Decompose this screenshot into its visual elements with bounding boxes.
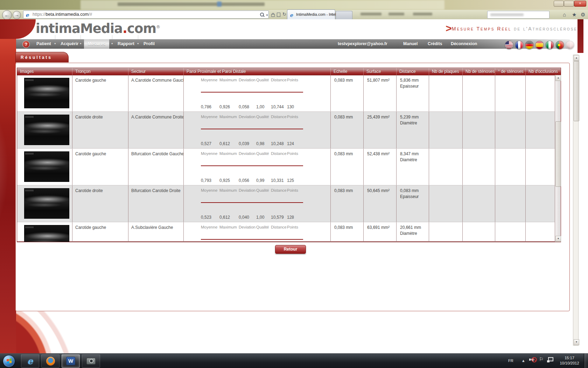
nav-divider [138, 35, 138, 39]
subcol-header: Points [287, 115, 298, 119]
echelle-value: 0,083 mm [334, 188, 353, 193]
action-center-flag-icon[interactable] [539, 356, 544, 362]
nav-link-credits[interactable]: Crédits [428, 39, 442, 49]
nav-item-patient[interactable]: Patient [36, 39, 51, 49]
measure-value: 10,579 [271, 215, 284, 220]
ultrasound-thumbnail[interactable] [24, 115, 69, 145]
favorites-star-icon[interactable]: ★ [572, 12, 576, 18]
clock[interactable]: 15:17 10/10/2012 [556, 355, 582, 366]
echelle-value: 0,083 mm [334, 225, 353, 230]
flag-portugal-icon[interactable] [555, 41, 564, 49]
taskbar-capture-button[interactable] [82, 354, 100, 368]
subcol-header: Deviation [239, 151, 255, 156]
settings-gear-icon[interactable]: ⚙ [581, 12, 585, 18]
flag-us-icon[interactable] [505, 41, 513, 49]
surface-value: 50,645 mm² [367, 188, 390, 193]
ultrasound-thumbnail[interactable] [24, 188, 69, 219]
distance-value: 20,661 mm [400, 225, 421, 230]
column-header-images: Images [17, 68, 72, 75]
taskbar-browser-button[interactable] [41, 354, 59, 368]
distance-cell: 0,083 mmEpaisseur [396, 185, 429, 222]
table-row[interactable]: Carotide gauche A.Subclavière Gauche Moy… [17, 222, 561, 242]
ultrasound-thumbnail[interactable] [24, 78, 69, 108]
help-button[interactable]: ? [22, 41, 30, 48]
subcol-header: Distance [271, 115, 287, 119]
nav-divider [112, 35, 112, 39]
nav-item-rapport[interactable]: Rapport [118, 39, 134, 49]
surface-value: 25,439 mm² [367, 115, 390, 120]
subcol-header: Distance [271, 188, 287, 192]
scrollbar-thumb[interactable] [574, 61, 579, 121]
retour-button[interactable]: Retour [275, 245, 306, 254]
start-button[interactable] [3, 355, 15, 367]
show-desktop-button[interactable] [584, 354, 588, 368]
network-icon[interactable] [547, 357, 553, 362]
ultrasound-thumbnail[interactable] [24, 151, 69, 182]
nav-link-deconnexion[interactable]: Déconnexion [451, 39, 477, 49]
measure-value: 0,040 [239, 215, 249, 220]
nav-item-mesures[interactable]: Mesures [84, 39, 109, 49]
measure-value: 10,744 [271, 104, 284, 109]
column-header-paroi: Paroi Proximale et Paroi Distale [183, 68, 330, 75]
table-row[interactable]: Carotide gauche Bifurcation Carotide Gau… [17, 148, 561, 185]
scroll-up-arrow-icon[interactable] [574, 55, 579, 61]
back-button[interactable] [2, 10, 12, 20]
browser-search-box[interactable] [487, 11, 550, 19]
site-logo[interactable]: intimaMedia.com® [36, 21, 160, 36]
surface-cell: 51,807 mm² [363, 75, 396, 111]
compatibility-view-icon[interactable] [277, 13, 280, 17]
secteur-cell: Bifurcation Carotide Droite [128, 185, 183, 222]
table-row[interactable]: Carotide droite A.Carotide Commune Droit… [17, 111, 561, 148]
scroll-up-arrow-icon[interactable] [555, 75, 561, 81]
nb-stenoses-cell [462, 222, 495, 242]
address-bar[interactable]: https://beta.intimamedia.com/# ▼ ↻ × [23, 11, 269, 19]
flag-france-icon[interactable] [515, 41, 524, 49]
scroll-down-arrow-icon[interactable] [555, 236, 561, 242]
table-scrollbar[interactable] [555, 75, 561, 242]
flag-italy-icon[interactable] [545, 41, 554, 49]
echelle-cell: 0,083 mm [330, 185, 363, 222]
hidden-icons-arrow-icon[interactable] [522, 358, 525, 363]
plug-shape [547, 360, 550, 362]
deg-stenoses-cell [495, 185, 525, 222]
table-row[interactable]: Carotide gauche A.Carotide Commune Gauch… [17, 75, 561, 111]
separator-line [201, 165, 303, 166]
logo-text: com [127, 21, 156, 36]
table-row[interactable]: Carotide droite Bifurcation Carotide Dro… [17, 185, 561, 222]
deg-stenoses-cell [495, 75, 525, 111]
flag-spain-icon[interactable] [535, 41, 544, 49]
ultrasound-thumbnail[interactable] [24, 225, 69, 242]
nav-item-profil[interactable]: Profil [144, 39, 155, 49]
language-indicator[interactable]: FR [508, 359, 513, 363]
refresh-icon[interactable]: ↻ [282, 12, 286, 17]
minimize-button[interactable] [554, 1, 564, 7]
home-icon[interactable]: ⌂ [563, 12, 566, 18]
chevron-down-icon[interactable]: ▼ [266, 14, 268, 17]
search-icon[interactable] [260, 13, 264, 16]
volume-muted-icon[interactable] [529, 356, 536, 363]
nav-item-acquerir[interactable]: Acquérir [61, 39, 78, 49]
measure-value: 10,331 [271, 178, 284, 183]
nav-divider [80, 35, 81, 39]
chevron-right-icon: > [446, 22, 452, 34]
measure-value: 0,98 [256, 141, 264, 146]
column-header-secteur: Secteur [128, 68, 183, 75]
tab-close-icon[interactable] [331, 12, 333, 16]
scrollbar-thumb[interactable] [555, 121, 561, 187]
logo-registered-mark: ® [156, 25, 160, 29]
distance-cell: 8,347 mmDiamètre [396, 149, 429, 185]
maximize-button[interactable] [564, 1, 574, 7]
nav-link-manuel[interactable]: Manuel [403, 39, 418, 49]
close-button[interactable] [574, 1, 586, 7]
browser-tab[interactable]: IntimaMedia.com - Intellig... [287, 9, 335, 20]
taskbar-word-button[interactable] [62, 354, 80, 368]
nb-plaques-cell [429, 75, 462, 111]
taskbar-ie-button[interactable] [21, 354, 39, 368]
measure-value: 0,612 [219, 141, 230, 146]
forward-button[interactable] [13, 11, 21, 19]
measure-value: 0,99 [256, 178, 264, 183]
flag-germany-icon[interactable] [525, 41, 534, 49]
scroll-down-arrow-icon[interactable] [574, 339, 579, 345]
new-tab-button[interactable] [336, 11, 352, 19]
page-scrollbar[interactable] [573, 55, 579, 346]
